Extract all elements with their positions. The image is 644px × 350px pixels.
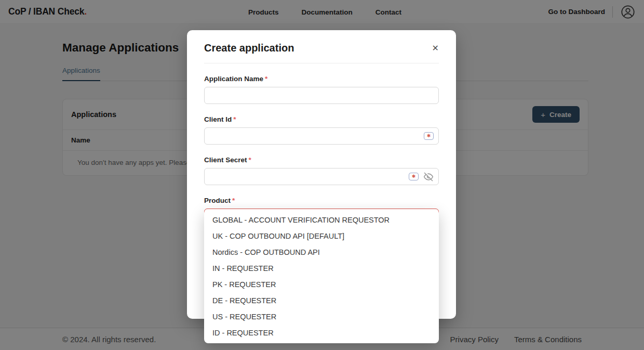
modal-title: Create application	[204, 42, 294, 54]
application-name-label-text: Application Name	[204, 75, 263, 83]
modal-divider	[204, 63, 439, 63]
dropdown-option[interactable]: DE - REQUESTER	[204, 292, 439, 308]
client-secret-label: Client Secret*	[204, 156, 439, 164]
close-icon[interactable]: ✕	[432, 44, 439, 53]
dropdown-option[interactable]: US - REQUESTER	[204, 308, 439, 325]
client-secret-wrap: ✱	[204, 168, 439, 185]
dropdown-option[interactable]: ID - REQUESTER	[204, 325, 439, 341]
dropdown-option[interactable]: GLOBAL - ACCOUNT VERIFICATION REQUESTOR	[204, 212, 439, 228]
product-dropdown-menu: GLOBAL - ACCOUNT VERIFICATION REQUESTOR …	[204, 209, 439, 343]
client-id-icons: ✱	[424, 127, 434, 145]
dropdown-option[interactable]: UK - COP OUTBOUND API [DEFAULT]	[204, 228, 439, 244]
application-name-label: Application Name*	[204, 75, 439, 83]
required-mark: *	[249, 156, 251, 164]
client-id-label: Client Id*	[204, 115, 439, 123]
client-id-wrap: ✱	[204, 127, 439, 145]
autofill-icon[interactable]: ✱	[409, 173, 419, 180]
dropdown-option[interactable]: PK - REQUESTER	[204, 276, 439, 292]
product-label-text: Product	[204, 197, 231, 204]
dropdown-option[interactable]: Nordics - COP OUTBOUND API	[204, 244, 439, 260]
required-mark: *	[232, 197, 235, 204]
client-secret-input[interactable]	[204, 168, 439, 185]
client-secret-label-text: Client Secret	[204, 156, 247, 164]
autofill-icon[interactable]: ✱	[424, 132, 434, 140]
client-id-input[interactable]	[204, 127, 439, 145]
client-secret-icons: ✱	[409, 168, 434, 185]
eye-off-icon[interactable]	[423, 172, 434, 182]
application-name-wrap	[204, 87, 439, 104]
modal-header: Create application ✕	[204, 30, 439, 54]
required-mark: *	[265, 75, 267, 83]
required-mark: *	[233, 115, 236, 123]
product-label: Product*	[204, 197, 439, 204]
application-name-input[interactable]	[204, 87, 439, 104]
client-id-label-text: Client Id	[204, 115, 232, 123]
dropdown-option[interactable]: IN - REQUESTER	[204, 260, 439, 276]
